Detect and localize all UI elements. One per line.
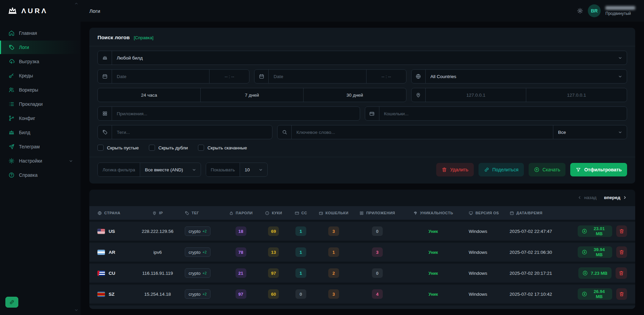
- tag-label: crypto: [188, 271, 200, 276]
- tag-icon: [102, 129, 108, 135]
- range-24h-button[interactable]: 24 часа: [98, 88, 200, 102]
- checkbox-label: Скрыть пустые: [107, 145, 139, 150]
- cookies-badge: 97: [268, 268, 279, 278]
- delete-log-button[interactable]: [616, 288, 627, 300]
- sidebar-item-label: Билд: [19, 130, 30, 135]
- sidebar-item-label: Креды: [19, 73, 33, 78]
- page-size-label: Показывать: [206, 163, 240, 176]
- table-row[interactable]: AR ipv6 crypto+2 78 13 1 1 3 Уник Window…: [89, 243, 635, 262]
- tag-chip[interactable]: crypto+2: [185, 247, 210, 257]
- logo[interactable]: ΛURΛ: [0, 0, 81, 22]
- delete-button[interactable]: Удалить: [436, 163, 473, 176]
- sidebar-item-telegram[interactable]: Телеграм: [0, 140, 81, 153]
- quick-link-button[interactable]: [5, 297, 18, 308]
- download-button[interactable]: Скачать: [529, 163, 566, 176]
- range-30d-button[interactable]: 30 дней: [303, 88, 406, 102]
- crown-icon: [8, 129, 15, 136]
- tag-label: crypto: [188, 229, 200, 234]
- country-code: SZ: [109, 292, 114, 297]
- theme-toggle-button[interactable]: [577, 8, 583, 14]
- page-size-value: 10: [245, 167, 250, 172]
- tags-input[interactable]: [112, 125, 272, 139]
- ip-range-group: [411, 88, 627, 102]
- range-7d-button[interactable]: 7 дней: [200, 88, 303, 102]
- chevron-down-icon: [618, 130, 622, 135]
- sidebar-item-config[interactable]: Конфиг: [0, 112, 81, 125]
- delete-log-button[interactable]: [616, 225, 627, 237]
- keyword-scope-select[interactable]: Все: [553, 125, 627, 139]
- wallets-badge: 2: [328, 268, 339, 278]
- download-log-button[interactable]: 39.94 MB: [578, 246, 612, 258]
- date-from-input[interactable]: [112, 70, 209, 83]
- sidebar-item-logs[interactable]: Логи: [0, 41, 81, 54]
- apply-filter-button-label: Отфильтровать: [584, 167, 622, 172]
- hide-duplicates-checkbox[interactable]: Скрыть дубли: [149, 145, 188, 151]
- delete-log-button[interactable]: [616, 267, 627, 279]
- time-to-input[interactable]: -- : --: [366, 70, 406, 83]
- apps-badge: 4: [372, 289, 383, 299]
- table-row[interactable]: CU 116.116.91.119 crypto+2 21 97 1 2 0 У…: [89, 264, 635, 283]
- sidebar-scroll-down-icon[interactable]: [74, 308, 79, 312]
- apps-filter-group: [97, 106, 360, 121]
- wallets-input[interactable]: [379, 107, 627, 120]
- fingerprint-icon: [413, 211, 418, 215]
- build-select[interactable]: Любой билд: [97, 51, 627, 65]
- page-size-select[interactable]: 10: [240, 163, 267, 176]
- tags-filter-group: [97, 125, 272, 139]
- sidebar-item-workers[interactable]: Воркеры: [0, 83, 81, 97]
- sidebar-scroll-up-icon[interactable]: [74, 1, 79, 6]
- download-circle-icon: [582, 228, 587, 234]
- sidebar-item-help[interactable]: Справка: [0, 168, 81, 182]
- download-log-button[interactable]: 7.23 MB: [578, 267, 612, 279]
- avatar[interactable]: BR: [588, 4, 601, 17]
- wallets-badge: 1: [328, 247, 339, 257]
- pin-icon: [416, 92, 421, 98]
- country-select-value: All Countries: [426, 74, 618, 79]
- ip-from-input[interactable]: [426, 88, 526, 102]
- tag-chip[interactable]: crypto+2: [185, 268, 210, 278]
- sidebar-item-home[interactable]: Главная: [0, 26, 81, 40]
- sidebar-item-settings[interactable]: Настройки: [0, 154, 81, 168]
- topbar: Логи BR Продвинутый: [81, 0, 644, 22]
- trash-icon: [442, 167, 447, 172]
- tag-chip[interactable]: crypto+2: [185, 289, 210, 299]
- share-button[interactable]: Поделиться: [479, 163, 524, 176]
- tag-chip[interactable]: crypto+2: [185, 226, 210, 236]
- download-log-button[interactable]: 23.01 MB: [578, 225, 612, 237]
- pagination-next[interactable]: вперед: [604, 195, 627, 200]
- download-log-button[interactable]: 26.94 MB: [578, 288, 612, 300]
- trash-icon: [619, 270, 624, 276]
- sidebar-item-proxies[interactable]: Прокладки: [0, 97, 81, 111]
- cc-badge: 1: [295, 226, 306, 236]
- flag-us-icon: [97, 229, 105, 234]
- cc-badge: 1: [295, 247, 306, 257]
- sidebar-item-export[interactable]: Выгрузка: [0, 55, 81, 68]
- chevron-down-icon: [69, 159, 73, 163]
- apps-input[interactable]: [112, 107, 360, 120]
- delete-button-label: Удалить: [450, 167, 468, 172]
- table-row[interactable]: SZ 15.254.14.18 crypto+2 97 60 0 3 4 Уни…: [89, 285, 635, 304]
- sidebar-item-build[interactable]: Билд: [0, 126, 81, 139]
- table-row[interactable]: CC ipv6 crypto+2 49 14 1 3 0 Уник Window…: [89, 306, 635, 309]
- globe-icon: [416, 74, 421, 79]
- apply-filter-button[interactable]: Отфильтровать: [570, 163, 627, 176]
- hide-downloaded-checkbox[interactable]: Скрыть скачанные: [198, 145, 247, 151]
- globe-icon: [97, 211, 102, 215]
- table-row[interactable]: US 228.222.129.56 crypto+2 18 69 1 3 0 У…: [89, 222, 635, 241]
- sidebar-item-creds[interactable]: Креды: [0, 69, 81, 82]
- col-datetime: ДАТА/ВРЕМЯ: [507, 206, 575, 220]
- time-from-input[interactable]: -- : --: [209, 70, 249, 83]
- ip-to-input[interactable]: [526, 88, 627, 102]
- log-size: 26.94 MB: [590, 289, 608, 299]
- pagination-prev[interactable]: назад: [577, 195, 596, 200]
- quick-range-group: 24 часа 7 дней 30 дней: [97, 88, 406, 102]
- help-link[interactable]: [Справка]: [134, 35, 153, 40]
- filter-logic-select[interactable]: Все вместе (AND): [140, 163, 200, 176]
- date-to-input[interactable]: [269, 70, 366, 83]
- country-select[interactable]: All Countries: [411, 69, 627, 83]
- keyword-input[interactable]: [292, 125, 553, 139]
- unique-badge: Уник: [428, 292, 438, 297]
- delete-log-button[interactable]: [616, 246, 627, 258]
- user-role: Продвинутый: [605, 11, 635, 16]
- hide-empty-checkbox[interactable]: Скрыть пустые: [97, 145, 139, 151]
